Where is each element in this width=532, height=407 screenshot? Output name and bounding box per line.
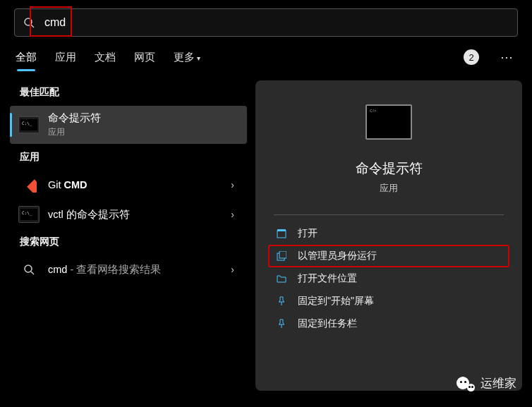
result-subtitle: 应用 [48,126,238,138]
action-pin-start[interactable]: 固定到"开始"屏幕 [268,290,509,312]
action-label: 打开文件位置 [298,272,357,285]
svg-text:C:\_: C:\_ [22,121,32,126]
section-apps: 应用 [10,145,247,169]
tab-all[interactable]: 全部 [16,51,37,64]
folder-icon [275,274,288,284]
pin-icon [275,319,288,329]
action-label: 固定到"开始"屏幕 [298,295,374,308]
results-panel: 最佳匹配 C:\_ 命令提示符 应用 应用 Git CMD › C:\_ [10,80,247,391]
action-run-as-admin[interactable]: 以管理员身份运行 [268,245,509,267]
tab-more[interactable]: 更多▾ [174,51,200,64]
action-label: 打开 [298,227,318,240]
action-list: 打开 以管理员身份运行 打开文件位置 固定到"开始"屏幕 [255,222,522,335]
result-vctl-cmd[interactable]: C:\_ vctl 的命令提示符 › [10,200,247,229]
result-web-search[interactable]: cmd - 查看网络搜索结果 › [10,255,247,284]
more-options-button[interactable]: ⋯ [497,49,516,65]
chevron-right-icon: › [226,179,238,190]
result-title: 命令提示符 [48,111,238,125]
search-icon [23,17,39,28]
action-label: 固定到任务栏 [298,317,357,330]
svg-rect-12 [279,251,286,258]
svg-rect-9 [277,231,286,238]
result-command-prompt[interactable]: C:\_ 命令提示符 应用 [10,106,247,144]
svg-text:C:\_: C:\_ [22,210,32,216]
section-best-match: 最佳匹配 [10,80,247,104]
action-open-location[interactable]: 打开文件位置 [268,267,509,290]
result-title: Git CMD [48,179,226,190]
search-bar[interactable] [14,8,518,37]
watermark: 运维家 [457,375,516,391]
result-git-cmd[interactable]: Git CMD › [10,171,247,199]
tab-web[interactable]: 网页 [134,51,155,64]
pin-icon [275,296,288,306]
git-icon [18,176,40,193]
svg-line-1 [31,25,34,28]
tab-apps[interactable]: 应用 [55,51,76,64]
action-open[interactable]: 打开 [268,222,509,245]
admin-icon [275,251,288,261]
app-thumbnail: C:\> [365,104,412,140]
open-icon [275,229,288,238]
preview-subtitle: 应用 [380,182,398,195]
preview-panel: C:\> 命令提示符 应用 打开 以管理员身份运行 打开文件位 [255,80,522,391]
cmd-icon: C:\_ [18,206,40,223]
chevron-right-icon: › [226,264,238,275]
result-count-badge[interactable]: 2 [464,49,479,65]
result-title: vctl 的命令提示符 [48,208,226,221]
cmd-icon: C:\_ [18,116,40,133]
action-label: 以管理员身份运行 [298,250,377,262]
svg-point-0 [25,18,32,25]
search-input[interactable] [44,16,509,29]
svg-rect-10 [277,229,286,231]
tab-docs[interactable]: 文档 [95,51,116,64]
svg-point-7 [25,265,32,272]
svg-line-8 [31,272,34,274]
search-icon [18,261,40,278]
chevron-right-icon: › [226,209,238,220]
filter-tabs: 全部 应用 文档 网页 更多▾ 2 ⋯ [0,37,532,72]
chevron-down-icon: ▾ [197,54,200,62]
watermark-text: 运维家 [480,375,516,391]
wechat-icon [457,375,475,391]
result-title: cmd - 查看网络搜索结果 [48,263,226,277]
svg-rect-4 [27,179,37,193]
divider [274,214,504,215]
action-pin-taskbar[interactable]: 固定到任务栏 [268,312,509,335]
preview-title: 命令提示符 [356,159,423,178]
section-web: 搜索网页 [10,230,247,254]
